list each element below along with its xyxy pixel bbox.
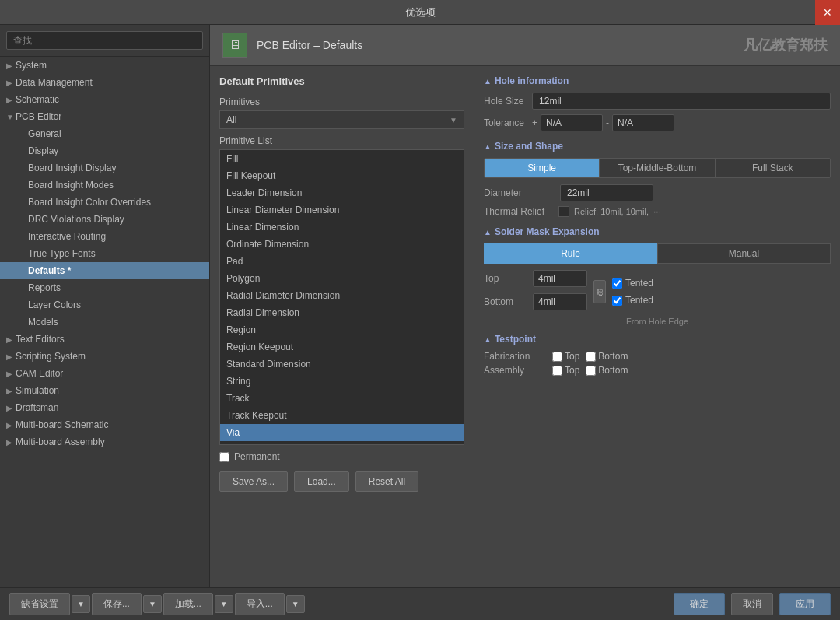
list-item[interactable]: Fill Keepout [220, 167, 464, 184]
sidebar-item-data-management[interactable]: ▶Data Management [0, 74, 209, 91]
save-button[interactable]: 保存... [92, 593, 142, 615]
sidebar-item-draftsman[interactable]: ▶Draftsman [0, 399, 209, 416]
content-header-title: PCB Editor – Defaults [257, 39, 362, 51]
assembly-bottom-checkbox[interactable] [586, 366, 596, 376]
import-dropdown-arrow[interactable]: ▼ [286, 595, 305, 613]
rule-button[interactable]: Rule [484, 243, 657, 264]
rule-manual-tab-group: Rule Manual [484, 243, 831, 264]
sidebar-item-text-editors[interactable]: ▶Text Editors [0, 331, 209, 348]
sidebar-item-general[interactable]: General [0, 125, 209, 142]
sidebar-item-simulation[interactable]: ▶Simulation [0, 382, 209, 399]
fabrication-bottom-checkbox[interactable] [586, 352, 596, 362]
assembly-bottom-label: Bottom [598, 365, 628, 376]
sidebar: ▶System▶Data Management▶Schematic▼PCB Ed… [0, 25, 210, 587]
sidebar-item-label: Multi-board Schematic [16, 419, 203, 430]
list-item[interactable]: Leader Dimension [220, 184, 464, 201]
sidebar-item-layer-colors[interactable]: Layer Colors [0, 296, 209, 314]
sidebar-item-cam-editor[interactable]: ▶CAM Editor [0, 365, 209, 382]
list-item[interactable]: Pad [220, 253, 464, 270]
reset-all-button[interactable]: Reset All [355, 471, 418, 492]
sidebar-item-pcb-editor[interactable]: ▼PCB Editor [0, 108, 209, 125]
list-item[interactable]: Region [220, 321, 464, 338]
tab-simple[interactable]: Simple [485, 159, 600, 177]
assembly-top-checkbox[interactable] [552, 366, 562, 376]
tab-top-middle-bottom[interactable]: Top-Middle-Bottom [600, 159, 715, 177]
sidebar-item-defaults[interactable]: Defaults * [0, 262, 209, 279]
permanent-checkbox[interactable] [219, 452, 229, 462]
tolerance-plus-input[interactable] [541, 114, 603, 131]
list-item[interactable]: Ordinate Dimension [220, 236, 464, 253]
sidebar-item-display[interactable]: Display [0, 142, 209, 159]
pcb-editor-icon: 🖥 [222, 33, 247, 58]
save-as-button[interactable]: Save As... [219, 471, 288, 492]
tab-full-stack[interactable]: Full Stack [716, 159, 830, 177]
sidebar-item-interactive-routing[interactable]: Interactive Routing [0, 228, 209, 245]
manual-button[interactable]: Manual [657, 243, 831, 264]
list-item[interactable]: Radial Dimension [220, 304, 464, 321]
sidebar-item-board-insight-modes[interactable]: Board Insight Modes [0, 177, 209, 194]
collapse-triangle-icon4: ▲ [484, 335, 492, 344]
shape-tab-group: Simple Top-Middle-Bottom Full Stack [484, 158, 831, 178]
default-settings-button[interactable]: 缺省设置 [9, 593, 70, 615]
sidebar-item-board-insight-display[interactable]: Board Insight Display [0, 159, 209, 177]
collapse-triangle-icon: ▲ [484, 77, 492, 86]
sidebar-item-label: Board Insight Modes [28, 180, 203, 191]
tolerance-minus-input[interactable] [612, 114, 674, 131]
minus-sign: - [606, 117, 609, 128]
content-header: 🖥 PCB Editor – Defaults 凡亿教育郑扶 [210, 25, 840, 66]
tented-top-checkbox[interactable] [612, 278, 622, 289]
sidebar-item-models[interactable]: Models [0, 314, 209, 331]
tented-bottom-checkbox[interactable] [612, 296, 622, 306]
sidebar-item-true-type-fonts[interactable]: True Type Fonts [0, 245, 209, 262]
list-item[interactable]: Standard Dimension [220, 356, 464, 373]
thermal-checkbox[interactable] [558, 206, 569, 217]
load-bottom-button[interactable]: 加载... [163, 593, 213, 615]
list-item[interactable]: Radial Diameter Dimension [220, 287, 464, 304]
expand-arrow-icon: ▼ [6, 113, 16, 121]
list-item[interactable]: Track [220, 390, 464, 407]
sidebar-item-schematic[interactable]: ▶Schematic [0, 91, 209, 108]
sidebar-item-board-insight-color-overrides[interactable]: Board Insight Color Overrides [0, 194, 209, 211]
list-item[interactable]: Region Keepout [220, 338, 464, 356]
load-dropdown-arrow[interactable]: ▼ [215, 595, 233, 613]
sidebar-item-scripting-system[interactable]: ▶Scripting System [0, 348, 209, 365]
sidebar-item-label: CAM Editor [16, 368, 203, 379]
tented-top-row: Tented [612, 278, 653, 289]
default-settings-dropdown-arrow[interactable]: ▼ [72, 595, 90, 613]
hole-size-input[interactable] [532, 93, 831, 110]
sidebar-item-label: PCB Editor [16, 111, 203, 122]
link-icon[interactable]: ⛓ [593, 280, 606, 303]
list-item[interactable]: Linear Dimension [220, 219, 464, 236]
fabrication-top-checkbox[interactable] [552, 352, 562, 362]
sidebar-item-system[interactable]: ▶System [0, 57, 209, 74]
list-item[interactable]: Via [220, 424, 464, 441]
list-item[interactable]: Polygon [220, 270, 464, 287]
list-item[interactable]: Track Keepout [220, 407, 464, 424]
dropdown-arrow-icon: ▼ [450, 116, 457, 124]
permanent-row: Permanent [219, 451, 464, 462]
search-input[interactable] [6, 31, 203, 50]
load-button[interactable]: Load... [294, 471, 349, 492]
list-item[interactable]: Fill [220, 150, 464, 167]
top-mask-input[interactable] [533, 270, 587, 287]
thermal-relief-row: Thermal Relief Relief, 10mil, 10mil, ··· [484, 206, 831, 217]
list-item[interactable]: String [220, 373, 464, 390]
expand-arrow-icon: ▶ [6, 370, 16, 378]
sidebar-item-multi-board-assembly[interactable]: ▶Multi-board Assembly [0, 433, 209, 450]
sidebar-item-label: Board Insight Color Overrides [28, 197, 203, 208]
hole-size-label: Hole Size [484, 93, 524, 110]
sidebar-item-drc-violations-display[interactable]: DRC Violations Display [0, 211, 209, 228]
close-button[interactable]: ✕ [815, 0, 840, 25]
apply-button[interactable]: 应用 [779, 593, 831, 615]
save-dropdown-arrow[interactable]: ▼ [143, 595, 162, 613]
cancel-button[interactable]: 取消 [731, 593, 773, 615]
sidebar-item-multi-board-schematic[interactable]: ▶Multi-board Schematic [0, 416, 209, 433]
bottom-mask-input[interactable] [533, 293, 587, 310]
ok-button[interactable]: 确定 [674, 593, 725, 615]
list-item[interactable]: Linear Diameter Dimension [220, 201, 464, 219]
diameter-input[interactable] [560, 184, 653, 201]
sidebar-item-reports[interactable]: Reports [0, 279, 209, 296]
assembly-bottom-check: Bottom [586, 365, 628, 376]
import-button[interactable]: 导入... [235, 593, 285, 615]
primitives-dropdown[interactable]: All ▼ [219, 110, 464, 129]
